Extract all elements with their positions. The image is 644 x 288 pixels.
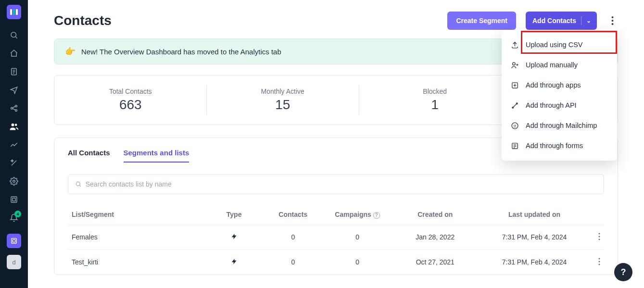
divider [581, 16, 581, 25]
svg-point-27 [599, 233, 600, 234]
dropdown-label: Upload using CSV [526, 41, 583, 49]
cell-type [207, 250, 261, 275]
upload-icon [510, 41, 519, 49]
dropdown-label: Add through API [526, 101, 577, 109]
col-updated: Last updated on [481, 205, 588, 225]
svg-point-21 [611, 16, 613, 18]
stat-monthly-active: Monthly Active 15 [206, 75, 358, 125]
table-row[interactable]: Test_kirti 0 0 Oct 27, 2021 7:31 PM, Feb… [68, 250, 604, 275]
page-title: Contacts [54, 13, 112, 28]
share-icon[interactable] [0, 99, 28, 117]
dropdown-label: Add through apps [526, 81, 581, 89]
tab-segments-lists[interactable]: Segments and lists [124, 149, 189, 163]
svg-point-43 [514, 125, 515, 125]
form-icon [510, 142, 519, 150]
app-logo[interactable] [7, 5, 21, 19]
svg-line-12 [13, 106, 15, 108]
cell-contacts: 0 [261, 250, 325, 275]
svg-rect-20 [13, 239, 15, 242]
svg-rect-19 [12, 238, 17, 244]
search-icon[interactable] [0, 26, 28, 44]
svg-point-42 [512, 123, 518, 129]
help-button[interactable]: ? [614, 263, 632, 281]
dropdown-item-add-apps[interactable]: Add through apps [502, 75, 617, 95]
add-contacts-button[interactable]: Add Contacts ⌄ [526, 12, 597, 30]
help-icon[interactable]: ? [373, 212, 380, 219]
tab-all-contacts[interactable]: All Contacts [68, 149, 110, 163]
cell-created: Jan 28, 2022 [390, 225, 481, 250]
stat-total-contacts: Total Contacts 663 [54, 75, 206, 125]
row-more-icon[interactable] [588, 250, 604, 275]
stat-label: Monthly Active [261, 88, 304, 95]
home-icon[interactable] [0, 44, 28, 63]
svg-point-3 [11, 32, 16, 38]
col-type: Type [207, 205, 261, 225]
create-segment-button[interactable]: Create Segment [447, 12, 516, 30]
dropdown-item-add-forms[interactable]: Add through forms [502, 136, 617, 156]
row-more-icon[interactable] [588, 225, 604, 250]
stat-value: 663 [119, 97, 142, 113]
stat-blocked: Blocked 1 [359, 75, 511, 125]
svg-line-13 [13, 109, 15, 110]
svg-point-29 [599, 238, 600, 240]
col-campaigns: Campaigns? [325, 205, 390, 225]
document-icon[interactable] [0, 63, 28, 81]
app-switcher[interactable] [7, 234, 21, 248]
chevron-down-icon: ⌄ [586, 17, 591, 24]
point-right-icon: 👉 [65, 46, 76, 57]
dropdown-item-upload-csv[interactable]: Upload using CSV [502, 35, 617, 55]
cell-updated: 7:31 PM, Feb 4, 2024 [481, 250, 588, 275]
cell-campaigns: 0 [325, 250, 390, 275]
svg-rect-18 [13, 198, 15, 201]
dropdown-item-upload-manually[interactable]: Upload manually [502, 55, 617, 75]
col-contacts: Contacts [261, 205, 325, 225]
cell-type [207, 225, 261, 250]
contacts-icon[interactable] [0, 117, 28, 136]
template-icon[interactable] [0, 190, 28, 209]
mailchimp-icon [510, 122, 519, 130]
svg-point-16 [13, 180, 15, 183]
col-created: Created on [390, 205, 481, 225]
svg-rect-2 [16, 9, 18, 15]
svg-rect-0 [10, 9, 12, 15]
search-input[interactable] [86, 180, 597, 188]
dropdown-item-add-api[interactable]: Add through API [502, 95, 617, 115]
search-container[interactable] [68, 174, 604, 194]
svg-point-22 [611, 20, 613, 22]
campaigns-icon[interactable] [0, 81, 28, 99]
svg-point-44 [515, 125, 516, 125]
notifications-icon[interactable]: 4 [0, 209, 28, 227]
dropdown-label: Add through Mailchimp [526, 122, 597, 129]
user-avatar[interactable]: d [7, 255, 21, 269]
bolt-icon [231, 258, 238, 265]
analytics-icon[interactable] [0, 136, 28, 154]
svg-rect-1 [13, 9, 15, 15]
api-icon [510, 101, 519, 110]
segments-table: List/Segment Type Contacts Campaigns? Cr… [68, 205, 604, 275]
bolt-icon [231, 233, 238, 240]
cell-contacts: 0 [261, 225, 325, 250]
dropdown-item-add-mailchimp[interactable]: Add through Mailchimp [502, 115, 617, 136]
stat-value: 1 [431, 97, 439, 113]
cell-name: Test_kirti [68, 250, 207, 275]
add-contacts-dropdown: Upload using CSV Upload manually Add thr… [502, 30, 617, 161]
table-row[interactable]: Females 0 0 Jan 28, 2022 7:31 PM, Feb 4,… [68, 225, 604, 250]
svg-line-4 [15, 37, 17, 38]
more-options-icon[interactable] [606, 12, 618, 29]
svg-line-26 [80, 186, 81, 187]
svg-rect-17 [11, 197, 17, 202]
dropdown-label: Add through forms [526, 142, 583, 150]
settings-icon[interactable] [0, 172, 28, 190]
stat-label: Blocked [423, 88, 447, 95]
svg-point-31 [599, 261, 600, 262]
svg-point-14 [12, 124, 14, 126]
sidebar: 4 d [0, 0, 28, 288]
cell-updated: 7:31 PM, Feb 4, 2024 [481, 225, 588, 250]
svg-point-34 [512, 62, 515, 65]
magic-icon[interactable] [0, 154, 28, 172]
stat-label: Total Contacts [109, 88, 152, 95]
svg-point-23 [611, 23, 613, 25]
search-icon [75, 181, 82, 188]
cell-campaigns: 0 [325, 225, 390, 250]
svg-point-28 [599, 236, 600, 237]
